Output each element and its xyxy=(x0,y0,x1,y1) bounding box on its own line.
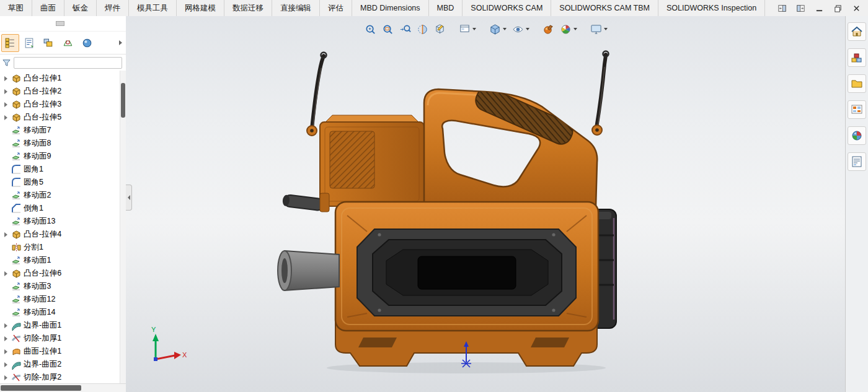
menu-tab-1[interactable]: 草图 xyxy=(0,0,32,16)
menu-tab-12[interactable]: SOLIDWORKS CAM xyxy=(463,0,551,16)
restore-button[interactable] xyxy=(832,3,843,13)
tree-item-13[interactable]: 凸台-拉伸4 xyxy=(0,228,120,241)
undock-panel-button[interactable] xyxy=(776,3,787,13)
hide-show-items-icon xyxy=(512,24,524,35)
tree-item-label: 凸台-拉伸6 xyxy=(24,268,61,279)
menu-tab-5[interactable]: 模具工具 xyxy=(129,0,177,16)
expand-arrow-icon[interactable] xyxy=(2,362,9,367)
dock-panel-button[interactable] xyxy=(795,3,806,13)
tree-item-7[interactable]: 移动面9 xyxy=(0,150,120,163)
tree-item-14[interactable]: 分割1 xyxy=(0,241,120,254)
previous-view-button[interactable] xyxy=(397,20,413,38)
tree-item-label: 移动面9 xyxy=(24,151,51,162)
tree-item-1[interactable]: 凸台-拉伸1 xyxy=(0,72,120,85)
hide-show-items-button[interactable] xyxy=(510,20,531,38)
view-settings-button[interactable] xyxy=(588,20,609,38)
boss-extrude-icon xyxy=(11,112,22,123)
section-view-button[interactable] xyxy=(415,20,430,38)
boundary-surface-icon xyxy=(11,320,22,331)
minimize-button[interactable] xyxy=(813,3,825,13)
home-button[interactable] xyxy=(848,22,866,41)
tree-item-24[interactable]: 切除-加厚2 xyxy=(0,371,120,384)
fillet-icon xyxy=(11,164,22,175)
panel-tabs-overflow-button[interactable] xyxy=(116,35,125,50)
expand-arrow-icon[interactable] xyxy=(2,271,9,276)
tree-item-17[interactable]: 移动面3 xyxy=(0,280,120,293)
appearances-button[interactable] xyxy=(848,126,866,145)
view-selector-button[interactable] xyxy=(457,20,478,38)
panel-splitter-handle[interactable] xyxy=(56,21,64,26)
tree-item-15[interactable]: 移动面1 xyxy=(0,254,120,267)
tree-item-21[interactable]: 切除-加厚1 xyxy=(0,332,120,345)
configuration-manager-tab[interactable] xyxy=(40,34,58,52)
menu-tab-2[interactable]: 曲面 xyxy=(32,0,64,16)
menu-tab-10[interactable]: MBD Dimensions xyxy=(352,0,429,16)
apply-scene-button[interactable] xyxy=(558,20,579,38)
feature-manager-tab[interactable] xyxy=(1,34,19,52)
move-face-icon xyxy=(11,307,22,318)
tree-item-2[interactable]: 凸台-拉伸2 xyxy=(0,85,120,98)
menu-tab-14[interactable]: SOLIDWORKS Inspection xyxy=(658,0,765,16)
tree-horizontal-scrollbar[interactable] xyxy=(0,383,126,392)
scrollbar-thumb[interactable] xyxy=(1,385,81,391)
scrollbar-thumb[interactable] xyxy=(121,83,125,118)
move-face-icon xyxy=(11,190,22,201)
menu-tab-4[interactable]: 焊件 xyxy=(97,0,129,16)
annotation-views-button[interactable] xyxy=(432,20,448,38)
property-manager-tab[interactable] xyxy=(20,34,38,52)
thicken-cut-icon xyxy=(11,333,22,344)
tree-item-19[interactable]: 移动面14 xyxy=(0,306,120,319)
close-button[interactable] xyxy=(851,3,862,13)
menu-tab-8[interactable]: 直接编辑 xyxy=(272,0,320,16)
model-power-station[interactable]: Y X xyxy=(126,16,846,392)
menu-tab-11[interactable]: MBD xyxy=(429,0,463,16)
tree-item-20[interactable]: 边界-曲面1 xyxy=(0,319,120,332)
previous-view-icon xyxy=(399,24,411,35)
expand-arrow-icon[interactable] xyxy=(2,349,9,354)
tree-item-4[interactable]: 凸台-拉伸5 xyxy=(0,111,120,124)
tree-item-18[interactable]: 移动面12 xyxy=(0,293,120,306)
tree-item-6[interactable]: 移动面8 xyxy=(0,137,120,150)
zoom-to-area-button[interactable] xyxy=(380,20,396,38)
expand-arrow-icon[interactable] xyxy=(2,232,9,237)
tree-item-23[interactable]: 边界-曲面2 xyxy=(0,358,120,371)
file-explorer-button[interactable] xyxy=(848,74,866,93)
expand-arrow-icon[interactable] xyxy=(2,115,9,120)
menu-tab-6[interactable]: 网格建模 xyxy=(177,0,224,16)
expand-arrow-icon[interactable] xyxy=(2,323,9,328)
expand-arrow-icon[interactable] xyxy=(2,375,9,380)
view-orientation-button[interactable] xyxy=(487,20,508,38)
panel-collapse-tab[interactable] xyxy=(126,185,132,211)
tree-filter-input[interactable] xyxy=(14,57,122,69)
menu-tab-7[interactable]: 数据迁移 xyxy=(224,0,272,16)
edit-appearance-button[interactable] xyxy=(541,20,556,38)
view-orientation-icon xyxy=(489,24,501,35)
expand-arrow-icon[interactable] xyxy=(2,76,9,81)
tree-item-8[interactable]: 圆角1 xyxy=(0,163,120,176)
solidworks-window: 草图曲面钣金焊件模具工具网格建模数据迁移直接编辑评估MBD Dimensions… xyxy=(0,0,868,392)
expand-arrow-icon[interactable] xyxy=(2,89,9,94)
tree-item-16[interactable]: 凸台-拉伸6 xyxy=(0,267,120,280)
dimxpert-manager-tab[interactable] xyxy=(59,34,77,52)
tree-item-3[interactable]: 凸台-拉伸3 xyxy=(0,98,120,111)
tree-item-9[interactable]: 圆角5 xyxy=(0,176,120,189)
design-library-button[interactable] xyxy=(848,48,866,67)
view-palette-button[interactable] xyxy=(848,100,866,119)
custom-properties-button[interactable] xyxy=(848,152,866,171)
expand-arrow-icon[interactable] xyxy=(2,336,9,341)
display-manager-tab[interactable] xyxy=(78,34,96,52)
menu-tab-9[interactable]: 评估 xyxy=(320,0,352,16)
expand-arrow-icon[interactable] xyxy=(2,102,9,107)
graphics-area[interactable]: Y X xyxy=(126,16,846,392)
tree-item-label: 移动面7 xyxy=(24,125,51,136)
tree-item-12[interactable]: 移动面13 xyxy=(0,215,120,228)
boss-extrude-icon xyxy=(11,99,22,110)
zoom-to-fit-button[interactable] xyxy=(363,20,378,38)
menu-tab-13[interactable]: SOLIDWORKS CAM TBM xyxy=(551,0,658,16)
tree-item-22[interactable]: 曲面-拉伸1 xyxy=(0,345,120,358)
menu-tab-3[interactable]: 钣金 xyxy=(64,0,97,16)
tree-item-11[interactable]: 倒角1 xyxy=(0,202,120,215)
tree-vertical-scrollbar[interactable] xyxy=(120,71,126,384)
tree-item-10[interactable]: 移动面2 xyxy=(0,189,120,202)
tree-item-5[interactable]: 移动面7 xyxy=(0,124,120,137)
